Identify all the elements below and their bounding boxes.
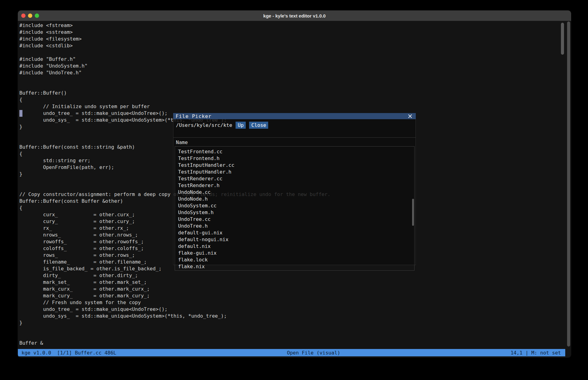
path-row: /Users/kyle/src/kte Up Close	[176, 122, 268, 129]
file-picker-title: File Picker	[176, 113, 212, 119]
file-list-scrollbar-thumb[interactable]	[412, 199, 414, 226]
file-item[interactable]: UndoSystem.cc	[175, 202, 414, 209]
file-item[interactable]: UndoSystem.h	[175, 209, 414, 216]
file-item[interactable]: UndoNode.h	[175, 196, 414, 202]
file-item[interactable]: default-nogui.nix	[175, 236, 414, 243]
separator	[173, 137, 415, 138]
editor-cursor	[19, 110, 22, 117]
window-scrollbar-track[interactable]	[567, 22, 570, 347]
file-item[interactable]: default.nix	[175, 243, 414, 250]
close-button[interactable]: Close	[249, 122, 268, 129]
window-title: kge - kyle's text editor v1.0.0	[18, 13, 571, 18]
file-item[interactable]: flake.nix	[175, 263, 414, 270]
file-item[interactable]: TestRenderer.h	[175, 182, 414, 189]
desktop: kge - kyle's text editor v1.0.0 #include…	[0, 0, 588, 380]
status-version-file: kge v1.0.0 [1/1] Buffer.cc 486L	[18, 350, 116, 356]
editor-window: kge - kyle's text editor v1.0.0 #include…	[18, 10, 571, 358]
file-item[interactable]: TestFrontend.h	[175, 155, 414, 162]
file-picker-titlebar[interactable]: File Picker ×	[173, 113, 416, 119]
file-picker-body: /Users/kyle/src/kte Up Close Name TestFr…	[173, 119, 416, 265]
file-item[interactable]: UndoTree.h	[175, 223, 414, 229]
name-column-header: Name	[176, 139, 188, 145]
close-icon[interactable]: ×	[407, 113, 413, 119]
file-item[interactable]: UndoNode.cc	[175, 189, 414, 196]
file-item[interactable]: flake-gui.nix	[175, 250, 414, 257]
file-item[interactable]: flake.lock	[175, 257, 414, 263]
editor-scrollbar-thumb[interactable]	[561, 23, 564, 55]
status-cursor-position: 14,1 | M: not set	[511, 350, 565, 356]
file-picker-dialog: File Picker × /Users/kyle/src/kte Up Clo…	[173, 113, 416, 265]
file-item[interactable]: UndoTree.cc	[175, 216, 414, 223]
status-mode: Open File (visual)	[287, 350, 340, 356]
file-item[interactable]: TestRenderer.cc	[175, 175, 414, 182]
file-list[interactable]: TestFrontend.ccTestFrontend.hTestInputHa…	[175, 146, 415, 271]
file-item[interactable]: TestFrontend.cc	[175, 148, 414, 155]
file-item[interactable]: TestInputHandler.cc	[175, 162, 414, 169]
file-item[interactable]: default-gui.nix	[175, 229, 414, 236]
current-path: /Users/kyle/src/kte	[176, 122, 232, 128]
status-bar: kge v1.0.0 [1/1] Buffer.cc 486L Open Fil…	[18, 349, 565, 356]
up-button[interactable]: Up	[236, 122, 246, 129]
window-titlebar[interactable]: kge - kyle's text editor v1.0.0	[18, 10, 571, 21]
file-item[interactable]: TestInputHandler.h	[175, 169, 414, 175]
